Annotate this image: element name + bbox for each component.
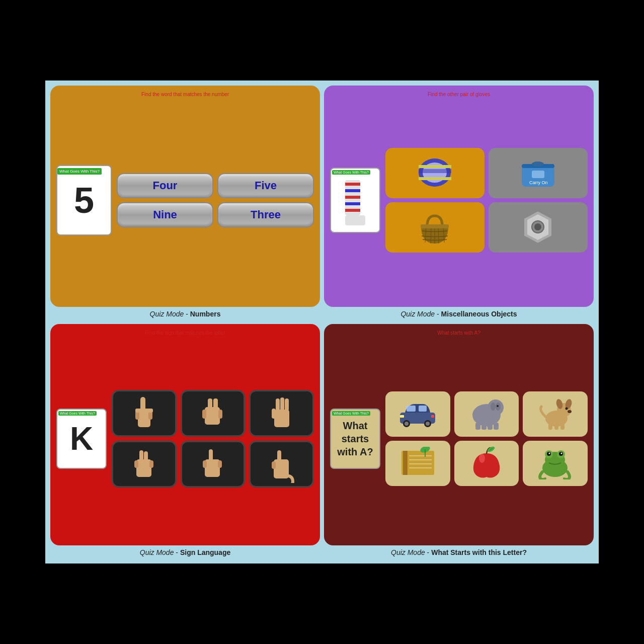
panel-numbers: Find the word that matches the number Wh… [50,86,320,320]
starts-screen-title: What starts with A? [437,330,480,336]
svg-rect-47 [205,459,220,477]
misc-caption-italic: Quiz Mode [400,310,435,318]
numbers-caption: Quiz Mode - Numbers [150,310,221,320]
answer-btn-five[interactable]: Five [217,173,314,198]
sock-svg [338,180,373,230]
svg-rect-52 [277,450,281,461]
misc-caption-bold: Miscellaneous Objects [441,310,517,318]
svg-point-60 [426,422,430,426]
misc-question-visual [331,174,379,233]
svg-rect-33 [208,398,212,410]
answer-label-five: Five [255,179,277,192]
starts-item-apple[interactable] [454,441,519,486]
starts-question-card: What Goes With This? What starts with A? [330,409,380,469]
answer-label-nine: Nine [153,208,177,221]
svg-text:Carry On: Carry On [529,180,548,185]
svg-rect-37 [274,410,289,427]
svg-rect-31 [135,409,153,413]
svg-rect-32 [205,407,220,425]
misc-screen: Find the other pair of gloves What Goes … [324,86,594,307]
starts-item-book[interactable] [385,441,450,486]
numbers-caption-italic: Quiz Mode [150,310,184,318]
panel-misc: Find the other pair of gloves What Goes … [324,86,594,320]
misc-green-tag: What Goes With This? [332,170,370,175]
hand1-svg [130,394,158,432]
sign-item-5[interactable] [181,441,246,488]
svg-point-66 [491,403,496,411]
sign-question-letter: K [70,420,93,457]
panel-starts: What starts with A? What Goes With This?… [324,324,594,558]
starts-caption: Quiz Mode - What Starts with this Letter… [391,548,527,558]
hand5-svg [199,445,226,483]
misc-answer-grid: Carry On [385,148,588,253]
answer-btn-three[interactable]: Three [217,202,314,227]
frog-svg [536,447,574,479]
svg-rect-11 [419,177,451,180]
misc-item-4[interactable] [489,202,588,253]
dog-svg [536,397,574,430]
svg-point-90 [479,454,485,463]
sign-question-card: What Goes With This? K [56,409,107,469]
numbers-question-value: 5 [74,180,94,221]
sign-item-6[interactable] [249,441,314,488]
svg-rect-34 [213,398,218,410]
answer-btn-four[interactable]: Four [117,173,213,198]
misc-inner: What Goes With This? [330,99,588,301]
svg-rect-53 [272,461,276,469]
svg-rect-10 [419,165,451,168]
svg-rect-9 [419,169,451,173]
starts-item-dog[interactable] [523,391,588,437]
sign-item-2[interactable] [181,390,246,437]
svg-rect-6 [345,209,360,212]
sign-inner: What Goes With This? K [56,338,314,539]
starts-caption-bold: What Starts with this Letter? [431,548,527,556]
svg-point-76 [566,408,568,410]
numbers-answer-grid: Four Five Nine Three [117,173,314,227]
svg-rect-39 [280,397,284,411]
misc-item-2[interactable]: Carry On [489,148,588,198]
sign-caption-italic: Quiz Mode [140,548,174,556]
svg-point-67 [497,405,499,407]
numbers-screen: Find the word that matches the number Wh… [50,86,320,307]
svg-rect-43 [139,450,143,461]
hand6-svg [268,445,295,483]
svg-rect-82 [403,451,407,475]
svg-rect-62 [431,415,434,418]
apple-svg [469,446,504,481]
misc-item-3[interactable] [385,202,485,253]
starts-item-frog[interactable] [523,441,588,486]
starts-caption-italic: Quiz Mode [391,548,425,556]
starts-item-elephant[interactable] [454,391,519,437]
answer-btn-nine[interactable]: Nine [117,202,213,227]
svg-rect-5 [345,202,360,205]
svg-point-26 [534,223,541,230]
svg-rect-44 [134,460,138,468]
book-svg [399,447,437,479]
sign-answer-grid [112,390,314,488]
svg-rect-79 [554,424,558,430]
starts-green-tag: What Goes With This? [332,411,370,416]
svg-rect-49 [203,460,207,468]
svg-rect-68 [475,423,480,430]
answer-label-four: Four [153,179,178,192]
sign-item-3[interactable] [249,390,314,437]
numbers-screen-title: Find the word that matches the number [141,92,229,97]
sign-item-4[interactable] [112,441,177,488]
bag-svg: Carry On [519,156,557,189]
starts-item-car[interactable] [385,391,450,437]
svg-point-58 [405,422,409,426]
misc-item-1[interactable] [385,148,485,198]
sign-item-1[interactable] [112,390,177,437]
svg-rect-80 [560,424,565,430]
sign-green-tag: What Goes With This? [58,411,97,416]
answer-label-three: Three [251,208,281,221]
numbers-question-card: What Goes With This? 5 [56,165,112,235]
starts-question-text: What starts with A? [331,419,379,458]
sign-screen: Find the sign that matches the letter Wh… [50,324,320,545]
svg-rect-4 [345,196,360,199]
numbers-green-tag: What Goes With This? [57,168,102,175]
svg-rect-36 [218,410,222,419]
misc-question-card: What Goes With This? [330,168,380,233]
hand3-svg [268,394,295,432]
socks-rolled-svg [416,154,454,192]
